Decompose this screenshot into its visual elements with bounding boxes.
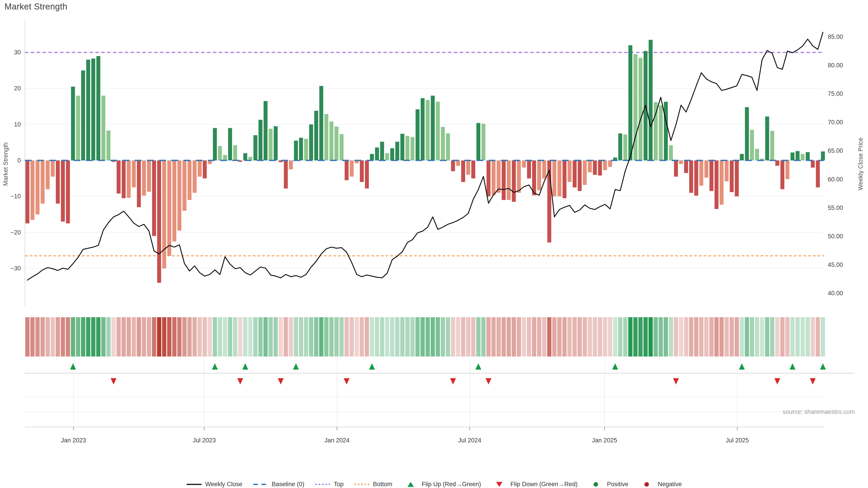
strength-bar [385, 153, 389, 160]
flip-up-marker [612, 363, 618, 369]
strength-bar [56, 160, 60, 203]
strength-bar [704, 160, 708, 177]
legend-item-7[interactable]: Negative [639, 481, 682, 488]
legend-item-1[interactable]: Baseline (0) [253, 481, 304, 488]
heat-cell [213, 317, 217, 357]
heat-cell [258, 317, 263, 357]
heat-cell [86, 317, 90, 357]
heat-cell [56, 317, 60, 357]
heat-cell [780, 317, 784, 357]
strength-bar [198, 160, 202, 177]
heat-cell [410, 317, 414, 357]
strength-bar [167, 160, 171, 256]
legend-item-5[interactable]: Flip Down (Green→Red) [491, 481, 578, 488]
strength-bar [370, 154, 374, 160]
strength-bar [426, 100, 430, 160]
left-axis-tick-label: 30 [14, 49, 21, 56]
strength-bar [66, 160, 70, 223]
heat-cell [674, 317, 678, 357]
heat-cell [324, 317, 329, 357]
strength-bar [431, 96, 435, 160]
heat-cell [238, 317, 242, 357]
heat-cell [360, 317, 364, 357]
strength-bar [182, 160, 186, 211]
strength-bar [710, 160, 713, 191]
strength-bar [664, 102, 668, 160]
strength-bar [593, 160, 597, 175]
heat-cell [684, 317, 688, 357]
heat-cell [704, 317, 709, 357]
heat-cell [517, 317, 521, 357]
left-axis-tick-label: 20 [14, 85, 21, 92]
heat-cell [426, 317, 430, 357]
strength-bar [173, 160, 176, 241]
heat-cell [279, 317, 283, 357]
heat-cell [66, 317, 70, 357]
strength-bar [96, 56, 100, 160]
heat-cell [790, 317, 795, 357]
strength-bar [735, 160, 739, 196]
strength-bar [360, 160, 364, 182]
legend-label: Flip Up (Red→Green) [422, 481, 481, 488]
strength-bar [790, 153, 794, 160]
strength-bar [101, 96, 105, 160]
strength-bar [284, 160, 288, 188]
heat-cell [203, 317, 207, 357]
strength-bar [35, 160, 39, 215]
heat-cell [304, 317, 308, 357]
strength-bar [91, 59, 95, 160]
heat-cell [547, 317, 552, 357]
heat-cell [400, 317, 405, 357]
heat-cell [375, 317, 379, 357]
flip-up-marker [820, 363, 826, 369]
strength-bar [178, 160, 181, 231]
heat-cell [633, 317, 638, 357]
strength-bar [345, 160, 348, 180]
legend-item-0[interactable]: Weekly Close [186, 481, 243, 488]
heat-cell [709, 317, 714, 357]
strength-bar [674, 160, 678, 177]
dots-icon [354, 481, 370, 488]
heat-cell [355, 317, 359, 357]
heat-cell [228, 317, 232, 357]
legend-item-2[interactable]: Top [315, 481, 344, 488]
strength-bar [193, 160, 196, 193]
strength-bar [81, 70, 85, 160]
heat-cell [284, 317, 288, 357]
right-axis-tick-label: 80.00 [828, 62, 843, 69]
legend-item-6[interactable]: Positive [588, 481, 628, 488]
legend-item-3[interactable]: Bottom [354, 481, 393, 488]
strength-bar [669, 145, 673, 160]
heat-cell [436, 317, 440, 357]
right-axis-title: Weekly Close Price [857, 138, 864, 191]
strength-bar [122, 160, 125, 198]
legend-label: Top [334, 481, 344, 488]
heat-cell [628, 317, 632, 357]
strength-bar [441, 127, 445, 160]
heat-cell [476, 317, 480, 357]
strength-bar [375, 148, 379, 160]
strength-bar [567, 160, 571, 182]
strength-bar [304, 139, 308, 160]
strength-bar [51, 160, 55, 177]
heat-cell [806, 317, 810, 357]
heat-cell [724, 317, 729, 357]
strength-bar [395, 142, 399, 160]
strength-bar [76, 96, 80, 160]
legend-item-4[interactable]: Flip Up (Red→Green) [403, 481, 481, 488]
heat-cell [243, 317, 248, 357]
heat-cell [421, 317, 425, 357]
strength-bar [390, 148, 394, 160]
flip-down-marker [810, 378, 816, 385]
strength-bar [258, 120, 262, 160]
x-axis-tick-label: Jul 2023 [193, 437, 216, 444]
line-icon [186, 481, 202, 488]
strength-bar [142, 160, 146, 196]
strength-bar [147, 160, 151, 192]
heat-cell [269, 317, 273, 357]
strength-bar [253, 135, 257, 160]
heat-cell [578, 317, 582, 357]
heat-cell [172, 317, 177, 357]
chart-legend: Weekly CloseBaseline (0)TopBottomFlip Up… [186, 481, 682, 488]
strength-bar [466, 160, 470, 175]
